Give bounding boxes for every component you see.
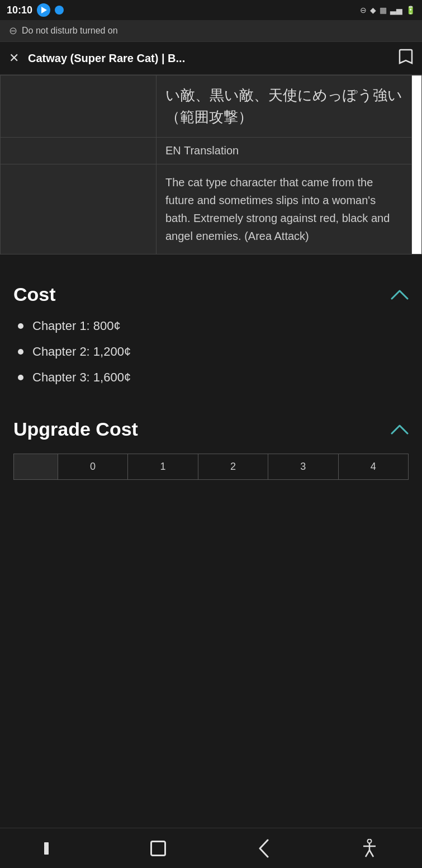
jp-text-row: い敵、黒い敵、天使にめっぽう強い（範囲攻撃） xyxy=(1,76,422,138)
signal-icon: ▃▅ xyxy=(390,6,402,15)
scrollbar-col[interactable] xyxy=(412,76,422,254)
upgrade-cost-header: Upgrade Cost xyxy=(13,418,409,440)
svg-rect-1 xyxy=(44,846,49,851)
bookmark-icon[interactable] xyxy=(399,49,413,68)
bottom-spacer xyxy=(0,489,422,539)
upgrade-collapse-button[interactable] xyxy=(391,421,409,438)
upgrade-cost-section: Upgrade Cost 0 1 2 3 4 xyxy=(0,405,422,489)
nav-back-button[interactable] xyxy=(250,835,277,862)
svg-point-3 xyxy=(367,839,371,843)
cost-list: Chapter 1: 800¢ Chapter 2: 1,200¢ Chapte… xyxy=(13,319,409,385)
bullet-icon xyxy=(18,323,23,329)
upgrade-col-empty xyxy=(14,454,58,480)
upgrade-col-3: 3 xyxy=(268,454,338,480)
cost-item-chapter1: Chapter 1: 800¢ xyxy=(18,319,409,333)
cost-collapse-button[interactable] xyxy=(391,286,409,304)
home-icon xyxy=(150,841,166,856)
upgrade-col-1: 1 xyxy=(128,454,198,480)
cost-chapter1-label: Chapter 1: 800¢ xyxy=(32,319,121,333)
close-button[interactable]: ✕ xyxy=(9,51,19,65)
bullet-icon xyxy=(18,349,23,355)
description-table: い敵、黒い敵、天使にめっぽう強い（範囲攻撃） EN Translation Th… xyxy=(0,75,422,254)
description-table-section: い敵、黒い敵、天使にめっぽう強い（範囲攻撃） EN Translation Th… xyxy=(0,75,422,266)
progress-thumb xyxy=(55,6,64,15)
cost-chapter3-label: Chapter 3: 1,600¢ xyxy=(32,370,131,385)
left-image-cell xyxy=(1,76,157,138)
status-bar: 10:10 ⊖ ◆ ▦ ▃▅ 🔋 xyxy=(0,0,422,20)
upgrade-cost-title: Upgrade Cost xyxy=(13,418,138,440)
status-time: 10:10 xyxy=(7,4,32,16)
app-header: ✕ Catway (Super Rare Cat) | B... xyxy=(0,42,422,75)
status-bar-right: ⊖ ◆ ▦ ▃▅ 🔋 xyxy=(360,6,415,15)
dnd-bar: ⊖ Do not disturb turned on xyxy=(0,20,422,42)
jp-text-cell: い敵、黒い敵、天使にめっぽう強い（範囲攻撃） xyxy=(156,76,411,138)
battery-icon: 🔋 xyxy=(406,6,415,15)
en-translation-text: The cat type character that came from th… xyxy=(156,164,411,254)
en-label-row: EN Translation xyxy=(1,138,422,164)
bullet-icon xyxy=(18,375,23,380)
japanese-description: い敵、黒い敵、天使にめっぽう強い（範囲攻撃） xyxy=(165,87,402,125)
en-text-row: The cat type character that came from th… xyxy=(1,164,422,254)
bottom-navigation xyxy=(0,828,422,868)
cost-item-chapter3: Chapter 3: 1,600¢ xyxy=(18,370,409,385)
left-cell-empty xyxy=(1,138,157,164)
wifi-icon: ▦ xyxy=(380,6,387,15)
upgrade-col-4: 4 xyxy=(338,454,408,480)
page-title: Catway (Super Rare Cat) | B... xyxy=(28,52,390,65)
minus-circle-icon: ⊖ xyxy=(360,6,367,15)
nav-accessibility-button[interactable] xyxy=(356,835,383,862)
bluetooth-icon: ◆ xyxy=(370,6,376,15)
cost-item-chapter2: Chapter 2: 1,200¢ xyxy=(18,345,409,359)
status-bar-left: 10:10 xyxy=(7,3,64,17)
cost-section: Cost Chapter 1: 800¢ Chapter 2: 1,200¢ C… xyxy=(0,266,422,405)
upgrade-table-row: 0 1 2 3 4 xyxy=(14,454,409,480)
svg-line-6 xyxy=(366,850,369,857)
dnd-text: Do not disturb turned on xyxy=(22,26,118,36)
svg-rect-0 xyxy=(44,842,49,847)
svg-line-7 xyxy=(369,850,373,857)
upgrade-col-2: 2 xyxy=(198,454,268,480)
play-icon[interactable] xyxy=(37,3,50,17)
cost-section-header: Cost xyxy=(13,284,409,305)
left-cell-empty2 xyxy=(1,164,157,254)
cost-chapter2-label: Chapter 2: 1,200¢ xyxy=(32,345,131,359)
upgrade-cost-table: 0 1 2 3 4 xyxy=(13,454,409,480)
svg-rect-2 xyxy=(44,850,49,855)
upgrade-col-0: 0 xyxy=(58,454,127,480)
en-translation-label: EN Translation xyxy=(156,138,411,164)
cost-title: Cost xyxy=(13,284,56,305)
nav-menu-button[interactable] xyxy=(39,835,66,862)
dnd-icon: ⊖ xyxy=(9,25,17,37)
nav-home-button[interactable] xyxy=(145,835,172,862)
